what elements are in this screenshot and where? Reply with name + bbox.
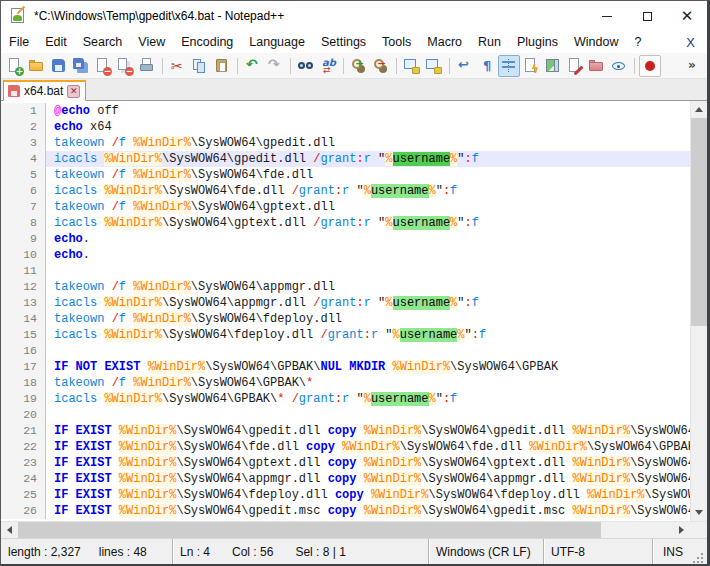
code-line[interactable]: 3takeown /f %WinDir%\SysWOW64\gpedit.dll (1, 135, 690, 151)
menu-encoding[interactable]: Encoding (173, 33, 241, 51)
document-switcher-button[interactable] (564, 55, 586, 77)
code-line[interactable]: 22IF EXIST %WinDir%\SysWOW64\fde.dll cop… (1, 439, 690, 455)
code-line[interactable]: 15icacls %WinDir%\SysWOW64\fdeploy.dll /… (1, 327, 690, 343)
menu-help[interactable]: ? (626, 33, 649, 51)
save-button[interactable] (48, 55, 70, 77)
code-line[interactable]: 14takeown /f %WinDir%\SysWOW64\fdeploy.d… (1, 311, 690, 327)
redo-button[interactable] (264, 55, 286, 77)
menu-view[interactable]: View (130, 33, 173, 51)
scroll-right-arrow[interactable] (673, 522, 690, 538)
tab-x64-bat[interactable]: x64.bat ✕ (3, 80, 86, 101)
maximize-button[interactable] (627, 1, 667, 31)
record-macro-button[interactable] (639, 55, 661, 77)
menu-tools[interactable]: Tools (374, 33, 419, 51)
toolbar-overflow-button[interactable] (682, 55, 704, 77)
code-line[interactable]: 6icacls %WinDir%\SysWOW64\fde.dll /grant… (1, 183, 690, 199)
horizontal-scroll-thumb[interactable] (18, 522, 601, 538)
sync-scroll-h-button[interactable] (423, 55, 445, 77)
cut-button[interactable] (167, 55, 189, 77)
vertical-scroll-track[interactable] (691, 118, 707, 504)
code-line[interactable]: 21IF EXIST %WinDir%\SysWOW64\gpedit.dll … (1, 423, 690, 439)
horizontal-scrollbar-row (1, 521, 707, 538)
menu-plugins[interactable]: Plugins (509, 33, 566, 51)
code-line[interactable]: 12takeown /f %WinDir%\SysWOW64\appmgr.dl… (1, 279, 690, 295)
close-doc-button[interactable] (92, 55, 114, 77)
title-bar[interactable]: *C:\Windows\Temp\gpedit\x64.bat - Notepa… (1, 1, 707, 31)
scroll-left-arrow[interactable] (1, 522, 18, 538)
code-line[interactable]: 23IF EXIST %WinDir%\SysWOW64\gptext.dll … (1, 455, 690, 471)
code-line[interactable]: 19icacls %WinDir%\SysWOW64\GPBAK\* /gran… (1, 391, 690, 407)
eol-format[interactable]: Windows (CR LF) (429, 539, 544, 564)
code-line[interactable]: 16 (1, 343, 690, 359)
code-line[interactable]: 10echo. (1, 247, 690, 263)
zoom-in-button[interactable] (348, 55, 370, 77)
code-line[interactable]: 8icacls %WinDir%\SysWOW64\gptext.dll /gr… (1, 215, 690, 231)
insert-mode[interactable]: INS (653, 539, 707, 564)
folder-as-workspace-button[interactable] (586, 55, 608, 77)
menu-window[interactable]: Window (566, 33, 626, 51)
monitoring-button[interactable] (608, 55, 630, 77)
editor-lines[interactable]: 1@echo off2echo x643takeown /f %WinDir%\… (1, 101, 690, 521)
code-line[interactable]: 5takeown /f %WinDir%\SysWOW64\fde.dll (1, 167, 690, 183)
code-line[interactable]: 24IF EXIST %WinDir%\SysWOW64\appmgr.dll … (1, 471, 690, 487)
copy-icon (191, 57, 209, 75)
show-all-characters-button[interactable] (476, 55, 498, 77)
paste-icon (213, 57, 231, 75)
encoding[interactable]: UTF-8 (544, 539, 653, 564)
line-number: 17 (1, 359, 46, 375)
code-line[interactable]: 18takeown /f %WinDir%\SysWOW64\GPBAK\* (1, 375, 690, 391)
save-all-button[interactable] (70, 55, 92, 77)
sync-scroll-v-button[interactable] (401, 55, 423, 77)
cursor-line: Ln : 4 (180, 545, 210, 559)
undo-button[interactable] (242, 55, 264, 77)
replace-button[interactable] (317, 55, 339, 77)
menu-settings[interactable]: Settings (313, 33, 374, 51)
tab-close-icon[interactable]: ✕ (67, 85, 80, 98)
menu-edit[interactable]: Edit (37, 33, 75, 51)
minimize-button[interactable] (587, 1, 627, 31)
scroll-down-arrow[interactable] (691, 504, 707, 521)
menu-run[interactable]: Run (470, 33, 509, 51)
menu-close-button[interactable]: X (674, 35, 707, 50)
zoom-out-button[interactable] (370, 55, 392, 77)
vertical-scroll-thumb[interactable] (691, 118, 707, 326)
resize-grip-icon[interactable] (692, 552, 704, 564)
code-line[interactable]: 11 (1, 263, 690, 279)
code-line[interactable]: 17IF NOT EXIST %WinDir%\SysWOW64\GPBAK\N… (1, 359, 690, 375)
code-line-current[interactable]: 4icacls %WinDir%\SysWOW64\gpedit.dll /gr… (1, 151, 690, 167)
code-line[interactable]: 9echo. (1, 231, 690, 247)
new-file-button[interactable] (4, 55, 26, 77)
scroll-up-arrow[interactable] (691, 101, 707, 118)
menu-search[interactable]: Search (75, 33, 131, 51)
open-file-button[interactable] (26, 55, 48, 77)
line-content (46, 407, 690, 423)
vertical-scrollbar[interactable] (690, 101, 707, 521)
code-line[interactable]: 25IF EXIST %WinDir%\SysWOW64\fdeploy.dll… (1, 487, 690, 503)
code-line[interactable]: 20 (1, 407, 690, 423)
line-content: icacls %WinDir%\SysWOW64\fde.dll /grant:… (46, 183, 690, 199)
menu-macro[interactable]: Macro (419, 33, 470, 51)
paste-button[interactable] (211, 55, 233, 77)
code-line[interactable]: 7takeown /f %WinDir%\SysWOW64\gptext.dll (1, 199, 690, 215)
indent-guide-button[interactable] (498, 55, 520, 77)
code-line[interactable]: 2echo x64 (1, 119, 690, 135)
line-content: IF EXIST %WinDir%\SysWOW64\gpedit.msc co… (46, 503, 690, 519)
replace-icon (319, 57, 337, 75)
line-number: 19 (1, 391, 46, 407)
window-title: *C:\Windows\Temp\gpedit\x64.bat - Notepa… (34, 9, 284, 23)
word-wrap-button[interactable] (454, 55, 476, 77)
menu-language[interactable]: Language (241, 33, 313, 51)
code-line[interactable]: 13icacls %WinDir%\SysWOW64\appmgr.dll /g… (1, 295, 690, 311)
code-line[interactable]: 1@echo off (1, 103, 690, 119)
close-button[interactable]: ✕ (667, 1, 707, 31)
print-button[interactable] (136, 55, 158, 77)
horizontal-scroll-track[interactable] (18, 522, 673, 538)
document-map-button[interactable] (542, 55, 564, 77)
close-all-docs-button[interactable] (114, 55, 136, 77)
horizontal-scrollbar[interactable] (1, 522, 690, 538)
function-list-button[interactable] (520, 55, 542, 77)
find-button[interactable] (295, 55, 317, 77)
code-line[interactable]: 26IF EXIST %WinDir%\SysWOW64\gpedit.msc … (1, 503, 690, 519)
copy-button[interactable] (189, 55, 211, 77)
menu-file[interactable]: File (1, 33, 37, 51)
